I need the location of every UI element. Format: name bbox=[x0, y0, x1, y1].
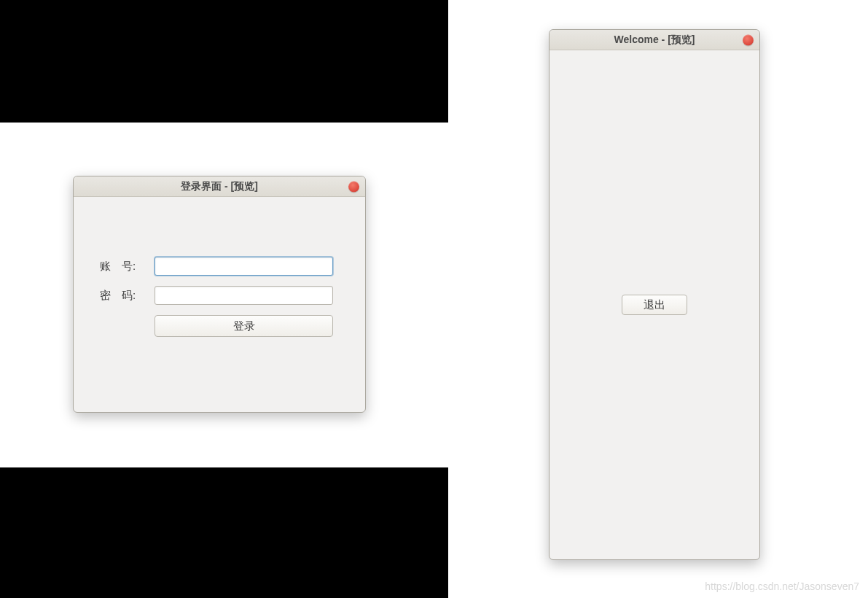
black-region-top bbox=[0, 0, 448, 123]
password-row: 密 码: bbox=[100, 286, 333, 305]
close-icon[interactable] bbox=[743, 34, 754, 45]
welcome-window-body: 退出 bbox=[550, 50, 759, 559]
login-window-title: 登录界面 - [预览] bbox=[181, 180, 258, 193]
black-region-bottom bbox=[0, 467, 448, 598]
password-label: 密 码: bbox=[100, 289, 155, 303]
close-icon[interactable] bbox=[348, 181, 359, 192]
login-window-body: 账 号: 密 码: 登录 bbox=[74, 197, 365, 412]
welcome-window-title: Welcome - [预览] bbox=[614, 34, 695, 47]
exit-button[interactable]: 退出 bbox=[622, 295, 687, 315]
login-button[interactable]: 登录 bbox=[155, 315, 333, 337]
watermark: https://blog.csdn.net/Jasonseven7 bbox=[705, 580, 859, 592]
login-button-row: 登录 bbox=[100, 315, 333, 337]
login-button-label: 登录 bbox=[233, 319, 255, 333]
login-form: 账 号: 密 码: 登录 bbox=[100, 257, 333, 337]
account-input[interactable] bbox=[155, 257, 333, 276]
exit-button-label: 退出 bbox=[644, 298, 665, 312]
account-label: 账 号: bbox=[100, 260, 155, 273]
password-input[interactable] bbox=[155, 286, 333, 305]
welcome-window: Welcome - [预览] 退出 bbox=[549, 29, 760, 560]
spacer bbox=[100, 315, 155, 337]
welcome-titlebar[interactable]: Welcome - [预览] bbox=[550, 30, 759, 50]
account-row: 账 号: bbox=[100, 257, 333, 276]
login-window: 登录界面 - [预览] 账 号: 密 码: 登录 bbox=[73, 176, 366, 413]
login-titlebar[interactable]: 登录界面 - [预览] bbox=[74, 176, 365, 197]
